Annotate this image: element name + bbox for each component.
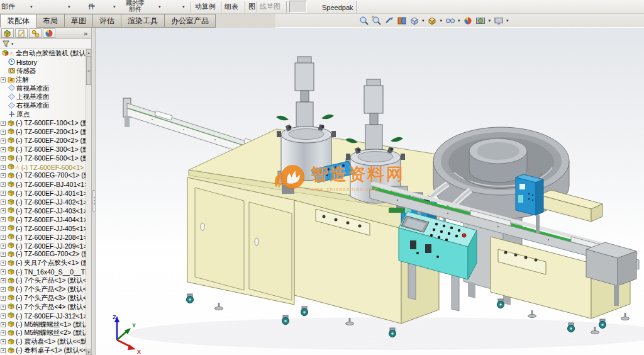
tree-item[interactable]: +(-) 7个头产品<1> (默认< (0, 276, 86, 285)
tab-装配体[interactable]: 装配体 (0, 14, 36, 28)
expand-icon[interactable]: + (1, 191, 6, 196)
tree-item[interactable]: +(-) TZ-600EF-JJ-403<1> (0, 206, 86, 215)
zoom-to-fit-icon[interactable] (358, 16, 369, 26)
expand-icon[interactable]: + (1, 156, 6, 161)
view-settings-caret-icon[interactable]: ▾ (506, 18, 509, 23)
expand-icon[interactable]: + (1, 226, 6, 231)
expand-icon[interactable]: + (1, 278, 6, 283)
previous-view-icon[interactable] (384, 16, 394, 26)
view-orientation-caret-icon[interactable]: ▾ (422, 18, 425, 23)
toolbar-dropdown-caret-icon[interactable]: ▾ (182, 4, 185, 9)
tree-item[interactable]: +(-) M5蝴蝶螺丝<2> (默认 (0, 329, 86, 338)
toolbar-dropdown-caret-icon[interactable]: ▾ (68, 4, 70, 9)
hide-show-items-icon[interactable] (445, 16, 455, 26)
expand-icon[interactable]: + (1, 287, 6, 292)
expand-icon[interactable]: + (1, 208, 6, 213)
tree-item[interactable]: +(-) TZ-600EG-700<2> (默 (0, 250, 86, 259)
toolbar-button-label[interactable]: 细表 (225, 2, 238, 11)
toolbar-button-label[interactable]: 部件 (1, 2, 15, 11)
toolbar-button-label[interactable]: 藏的零部件 (126, 0, 145, 13)
manager-tab-features[interactable] (1, 28, 14, 38)
tree-item[interactable]: +(-) 7个头产品<3> (默认< (0, 294, 86, 303)
cabinet-left[interactable] (187, 178, 294, 305)
tree-item[interactable]: 右视基准面 (0, 101, 86, 110)
tree-item[interactable]: 前视基准面 (0, 84, 86, 93)
tree-item[interactable]: +(-) M5蝴蝶螺丝<1> (默认 (0, 320, 86, 329)
toolbar-button-label[interactable]: 动算例 (195, 2, 216, 11)
tree-item[interactable]: +(-) TZ-600EF-JJ-209<1> (0, 242, 86, 251)
toolbar-pressed-button[interactable] (289, 1, 307, 13)
expand-icon[interactable]: + (1, 330, 6, 335)
view-settings-icon[interactable] (493, 16, 504, 26)
tree-item[interactable]: +(-) TZ-600EF-JJ-312<1> (0, 312, 86, 320)
expand-icon[interactable]: + (1, 165, 6, 170)
tab-布局[interactable]: 布局 (36, 14, 65, 28)
filter-icon[interactable] (2, 40, 10, 48)
expand-icon[interactable]: + (1, 296, 6, 301)
tree-item[interactable]: 原点 (0, 110, 86, 119)
pressure-tank-1[interactable] (276, 57, 336, 181)
tree-item[interactable]: +(-) 卷料桌子<1> (默认<< (0, 346, 86, 355)
tree-item[interactable]: +(-) TZ-600EG-700<1> (默 (0, 171, 86, 180)
tab-渲染工具[interactable]: 渲染工具 (121, 14, 165, 28)
tree-filter-row[interactable]: ▾ (0, 39, 91, 49)
tree-item[interactable]: +(-) TZ-600EF-JJ-404<1> (0, 215, 86, 224)
display-style-caret-icon[interactable]: ▾ (440, 18, 443, 23)
tree-item[interactable]: +(-) 7个头产品<4> (默认< (0, 303, 86, 312)
expand-icon[interactable]: + (1, 235, 6, 240)
scroll-up-icon[interactable]: ▲ (86, 49, 91, 55)
expand-icon[interactable]: + (1, 305, 6, 310)
view-orientation-icon[interactable] (409, 16, 419, 26)
tree-item[interactable]: +(-) 夹具7个点胶头<1> (默 (0, 259, 86, 268)
tree-item[interactable]: 传感器 (0, 67, 86, 76)
display-style-icon[interactable] (427, 16, 438, 26)
scroll-thumb[interactable]: ≡ (86, 56, 91, 85)
expand-icon[interactable]: + (1, 200, 6, 205)
edit-appearance-icon[interactable] (463, 16, 474, 26)
tree-item[interactable]: +(-) TZ-600EF-JJ-401<1> (0, 189, 86, 198)
expand-icon[interactable]: + (1, 138, 6, 144)
tree-item[interactable]: +(-) TZ-600EF-200<1> (默 (0, 128, 86, 137)
tree-item[interactable]: +(-) 7个头产品<2> (默认< (0, 285, 86, 294)
tree-item[interactable]: +(-) TZ-600EF-100<1> (默 (0, 119, 86, 128)
toolbar-dropdown-caret-icon[interactable]: ▾ (113, 4, 116, 9)
apply-scene-icon[interactable] (475, 16, 486, 26)
expand-icon[interactable]: + (1, 322, 6, 327)
hide-show-items-caret-icon[interactable]: ▾ (458, 18, 460, 23)
scroll-down-icon[interactable]: ▼ (86, 349, 91, 355)
toolbar-dropdown-caret-icon[interactable]: ▾ (158, 4, 161, 9)
filter-caret-icon[interactable]: ▾ (11, 42, 14, 47)
linear-module-beam[interactable] (540, 190, 602, 222)
expand-icon[interactable]: + (1, 252, 6, 257)
expand-icon[interactable]: + (1, 121, 6, 126)
tree-item[interactable]: +(-) TZ-600EF-300<1> (默 (0, 145, 86, 154)
expand-icon[interactable]: + (1, 244, 6, 249)
tree-item[interactable]: +(-) 震动盘<1> (默认<<默 (0, 337, 86, 346)
expand-icon[interactable]: + (1, 182, 6, 187)
graphics-viewport[interactable]: 智造资料网 www.zhizaoziliao.com Z Y X (96, 28, 644, 355)
tab-草图[interactable]: 草图 (65, 14, 93, 28)
tree-item[interactable]: +(-) TZ-600EF-500<1> (默 (0, 154, 86, 163)
manager-tab-display[interactable] (43, 28, 55, 38)
tree-item[interactable]: +(-) TZ-600EF-JJ-208<1> (0, 233, 86, 242)
expand-icon[interactable]: + (1, 313, 6, 318)
manager-tab-configurations[interactable] (29, 28, 42, 38)
tree-root-item[interactable]: ⚠全自动点胶组装机 (默认< (0, 49, 86, 58)
manager-tabs-overflow-icon[interactable]: » (84, 30, 90, 37)
tree-item[interactable]: +(-) TZ-600EF-BJ-401<1> (0, 180, 86, 189)
tree-item[interactable]: +(-) TZ-600EF-JJ-405<1> (0, 224, 86, 233)
tree-item[interactable]: +(-) TZ-600EF-JJ-402<1> (0, 198, 86, 206)
3d-model-canvas[interactable] (96, 28, 644, 355)
tree-item[interactable]: 上视基准面 (0, 93, 86, 101)
tab-办公室产品[interactable]: 办公室产品 (165, 14, 216, 28)
expand-icon[interactable]: + (1, 147, 6, 152)
expand-icon[interactable]: + (1, 173, 6, 178)
expand-icon[interactable]: + (1, 217, 6, 222)
section-view-icon[interactable] (396, 16, 407, 26)
toolbar-button-label[interactable]: 件 (88, 2, 95, 11)
tree-item[interactable]: +(-) TN_16x40_S__0__TN-1 (0, 268, 86, 276)
apply-scene-caret-icon[interactable]: ▾ (489, 18, 491, 23)
tree-item[interactable]: +A注解 (0, 76, 86, 84)
tree-item[interactable]: +⚠(-) TZ-600EF-600<1> (0, 163, 86, 172)
expand-icon[interactable]: + (1, 269, 6, 274)
